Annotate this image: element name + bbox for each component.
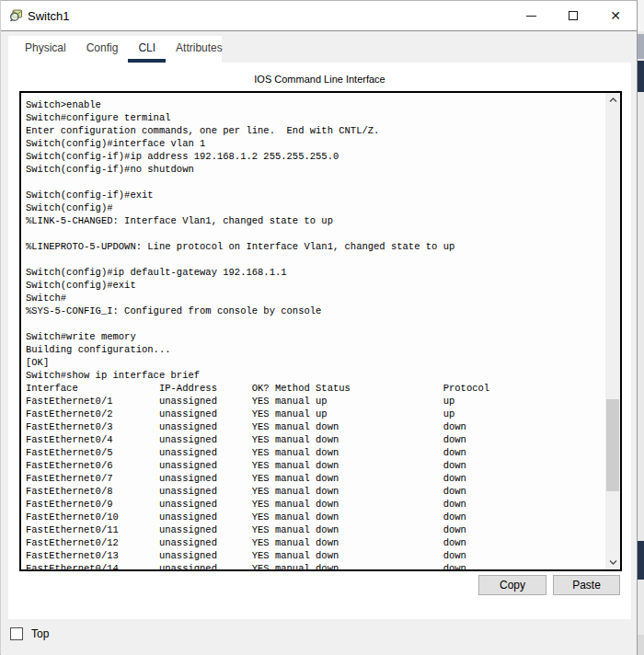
copy-button[interactable]: Copy [478, 575, 546, 595]
scroll-down-button[interactable] [605, 555, 620, 569]
chevron-up-icon [609, 98, 617, 103]
background-edge-segment [638, 0, 644, 31]
scrollbar-thumb[interactable] [606, 399, 619, 491]
window-title: Switch1 [28, 9, 70, 23]
minimize-icon [526, 16, 536, 17]
top-checkbox[interactable] [10, 627, 23, 640]
background-app-edge [638, 0, 644, 655]
tab-bar: Physical Config CLI Attributes [8, 36, 222, 63]
paste-button[interactable]: Paste [553, 575, 620, 595]
tab-config[interactable]: Config [76, 36, 129, 63]
minimize-button[interactable] [510, 1, 552, 30]
chevron-down-icon [609, 559, 617, 565]
cli-panel: IOS Command Line Interface Switch>enable… [8, 63, 631, 619]
close-button[interactable]: ✕ [594, 1, 637, 30]
switch-dialog-window: Switch1 ✕ Physical Config CLI Attributes… [0, 0, 638, 655]
window-controls: ✕ [510, 1, 637, 30]
cli-panel-title: IOS Command Line Interface [8, 63, 631, 85]
background-edge-segment [638, 541, 644, 580]
tab-physical[interactable]: Physical [15, 36, 76, 63]
maximize-button[interactable] [552, 1, 594, 30]
terminal-scrollbar[interactable] [605, 93, 620, 569]
background-edge-segment [638, 61, 644, 92]
maximize-icon [569, 11, 578, 20]
close-icon: ✕ [610, 9, 621, 22]
terminal-output[interactable]: Switch>enable Switch#configure terminal … [21, 93, 605, 569]
terminal: Switch>enable Switch#configure terminal … [19, 91, 622, 571]
app-icon [8, 8, 23, 23]
tab-cli[interactable]: CLI [128, 36, 166, 63]
tab-attributes[interactable]: Attributes [166, 36, 233, 63]
title-bar[interactable]: Switch1 ✕ [1, 1, 637, 31]
bottom-bar: Top [1, 619, 637, 655]
scroll-up-button[interactable] [605, 93, 620, 108]
background-edge-segment [638, 635, 644, 655]
top-checkbox-label: Top [31, 627, 49, 640]
background-edge-segment [638, 34, 644, 59]
